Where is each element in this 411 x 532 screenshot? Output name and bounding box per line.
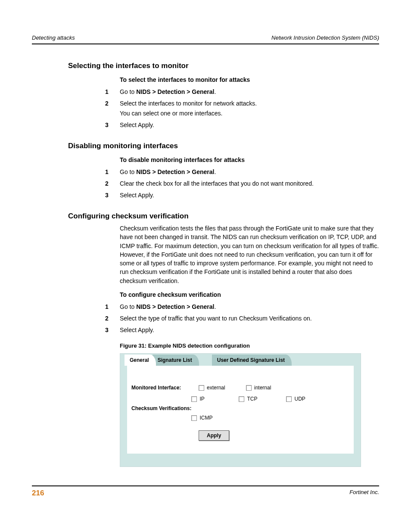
figure-screenshot: General Signature List User Defined Sign… [120,353,361,467]
step-list: 1 Go to NIDS > Detection > General. 2 Cl… [105,168,379,200]
step-number: 3 [105,191,120,200]
step-item: 1 Go to NIDS > Detection > General. [105,87,379,96]
step-item: 3 Select Apply. [105,191,379,200]
checkbox-icon [191,415,197,421]
step-text: Clear the check box for all the interfac… [120,179,379,188]
checkbox-icon [199,385,204,391]
step-number: 3 [105,121,120,130]
section-heading-selecting: Selecting the interfaces to monitor [68,62,379,70]
checkbox-group: external internal [199,385,280,391]
form-row-monitored: Monitored Interface: external internal [131,385,349,391]
step-item: 2 Select the interfaces to monitor for n… [105,99,379,118]
page-footer: 216 Fortinet Inc. [32,485,379,498]
section-body: To disable monitoring interfaces for att… [120,156,379,163]
checkbox-icon [286,396,292,402]
step-text: Select the type of traffic that you want… [120,314,379,323]
step-text: Select Apply. [120,326,379,335]
step-number: 3 [105,326,120,335]
footer-company: Fortinet Inc. [349,489,379,498]
form-row-checksum: Checksum Verifications: IP TCP UDP ICMP [131,396,349,421]
checkbox-icon [239,396,244,402]
section-heading-checksum: Configuring checksum verification [68,212,379,221]
step-text: Select Apply. [120,121,379,130]
checkbox-udp[interactable]: UDP [286,396,321,402]
checkbox-ip[interactable]: IP [191,396,226,402]
running-header: Detecting attacks Network Intrusion Dete… [32,34,379,44]
checkbox-icon [246,385,252,391]
step-item: 1 Go to NIDS > Detection > General. [105,302,379,311]
label-checksum-verifications: Checksum Verifications: [131,405,191,411]
step-list: 1 Go to NIDS > Detection > General. 2 Se… [105,87,379,130]
page-number: 216 [32,489,44,498]
apply-button[interactable]: Apply [199,430,229,441]
step-list: 1 Go to NIDS > Detection > General. 2 Se… [105,302,379,335]
procedure-heading: To select the interfaces to monitor for … [120,76,379,83]
checkbox-icmp[interactable]: ICMP [191,415,226,421]
checkbox-internal[interactable]: internal [246,385,280,391]
step-text: Go to NIDS > Detection > General. [120,87,379,96]
tab-bar: General Signature List User Defined Sign… [120,354,361,366]
header-right: Network Intrusion Detection System (NIDS… [271,34,379,41]
step-number: 1 [105,168,120,177]
section-body: To configure checksum verification [120,291,379,298]
step-item: 3 Select Apply. [105,121,379,130]
step-text: Go to NIDS > Detection > General. [120,168,379,177]
step-number: 2 [105,314,120,323]
checkbox-external[interactable]: external [199,385,233,391]
step-item: 2 Select the type of traffic that you wa… [105,314,379,323]
checkbox-group: IP TCP UDP ICMP [191,396,349,421]
step-number: 1 [105,302,120,311]
header-left: Detecting attacks [32,34,75,41]
step-text: Select Apply. [120,191,379,200]
checkbox-icon [191,396,197,402]
step-text: Select the interfaces to monitor for net… [120,99,379,118]
procedure-heading: To disable monitoring interfaces for att… [120,156,379,163]
step-item: 2 Clear the check box for all the interf… [105,179,379,188]
step-item: 3 Select Apply. [105,326,379,335]
procedure-heading: To configure checksum verification [120,291,379,298]
document-page: Detecting attacks Network Intrusion Dete… [0,0,411,532]
tab-general[interactable]: General [125,355,156,366]
checkbox-tcp[interactable]: TCP [239,396,273,402]
label-monitored-interface: Monitored Interface: [131,385,199,391]
step-item: 1 Go to NIDS > Detection > General. [105,168,379,177]
section-body: To select the interfaces to monitor for … [120,76,379,83]
tab-signature-list[interactable]: Signature List [153,355,199,366]
section-heading-disabling: Disabling monitoring interfaces [68,142,379,150]
figure-caption: Figure 31: Example NIDS detection config… [120,342,379,349]
paragraph-text: Checksum verification tests the files th… [120,224,379,285]
step-number: 2 [105,99,120,108]
step-text: Go to NIDS > Detection > General. [120,302,379,311]
step-number: 1 [105,87,120,96]
tab-panel: Monitored Interface: external internal C… [127,366,354,454]
tab-user-defined-signature-list[interactable]: User Defined Signature List [212,355,292,366]
step-number: 2 [105,179,120,188]
